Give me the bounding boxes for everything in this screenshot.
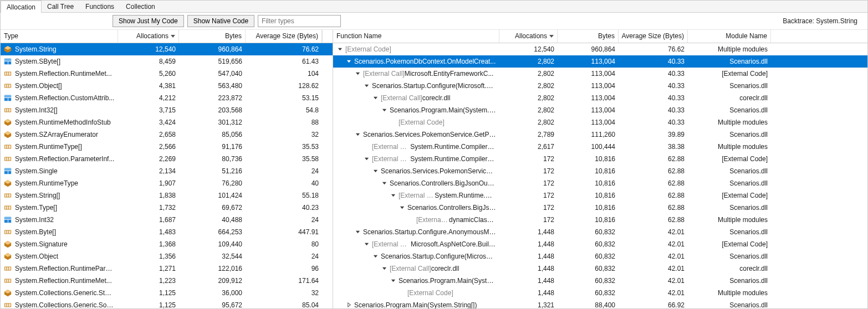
expander-open-icon[interactable] — [381, 180, 387, 187]
col-allocations[interactable]: Allocations — [118, 30, 179, 43]
backtrace-row[interactable]: Scenarios.Services.PokemonService.GetPok… — [333, 128, 867, 141]
types-row[interactable]: System.RuntimeMethodInfoStub3,424301,312… — [1, 116, 333, 128]
expander-closed-icon[interactable] — [345, 302, 352, 308]
bt-bytes-cell: 113,004 — [558, 58, 619, 65]
types-row[interactable]: System.SByte[]8,459519,65661.43 — [1, 55, 333, 68]
button-show-just-my-code[interactable]: Show Just My Code — [113, 15, 184, 27]
col-bt-bytes[interactable]: Bytes — [558, 30, 619, 43]
tab-call-tree[interactable]: Call Tree — [42, 1, 80, 12]
expander-open-icon[interactable] — [381, 265, 387, 272]
types-row[interactable]: System.Signature1,368109,44080 — [1, 238, 333, 250]
backtrace-label: Backtrace: System.String — [783, 17, 864, 25]
col-module-name[interactable]: Module Name — [688, 30, 771, 43]
types-body[interactable]: System.String12,540960,86476.62System.SB… — [1, 43, 333, 308]
col-type[interactable]: Type — [1, 30, 118, 43]
backtrace-row[interactable]: [External Code]1,44860,83242.01Multiple … — [333, 287, 867, 299]
bt-bytes-cell: 10,816 — [558, 167, 619, 175]
types-row[interactable]: System.Reflection.RuntimeMet...1,223209,… — [1, 275, 333, 287]
expander-open-icon[interactable] — [390, 192, 396, 199]
backtrace-row[interactable]: [External Call] dynamicClass.lam...17210… — [333, 214, 867, 226]
types-row[interactable]: System.Reflection.CustomAttrib...4,21222… — [1, 92, 333, 104]
bt-allocations-cell: 1,448 — [499, 240, 558, 248]
backtrace-row[interactable]: [External Call] Microsoft.EntityFramewor… — [333, 68, 867, 80]
types-row[interactable]: System.Reflection.RuntimePara...1,271122… — [1, 262, 333, 275]
backtrace-row[interactable]: Scenarios.Startup.Configure(Microsoft.As… — [333, 250, 867, 262]
types-row[interactable]: System.Object1,35632,54424 — [1, 250, 333, 262]
backtrace-row[interactable]: Scenarios.Program.Main(System.Stri...2,8… — [333, 104, 867, 116]
expander-open-icon[interactable] — [363, 156, 370, 162]
svg-rect-63 — [9, 267, 11, 270]
button-show-native-code[interactable]: Show Native Code — [187, 15, 254, 27]
avg-size-cell: 24 — [246, 253, 322, 260]
types-row[interactable]: System.RuntimeType[]2,56691,17635.53 — [1, 141, 333, 153]
col-bytes[interactable]: Bytes — [179, 30, 246, 43]
col-function-name[interactable]: Function Name — [333, 30, 499, 43]
backtrace-row[interactable]: Scenarios.PokemonDbContext.OnModelCreat.… — [333, 55, 867, 68]
backtrace-row[interactable]: Scenarios.Services.PokemonService.GetP..… — [333, 165, 867, 177]
types-row[interactable]: System.Type[]1,73269,67240.23 — [1, 202, 333, 214]
expander-open-icon[interactable] — [354, 70, 361, 77]
filter-types-input[interactable] — [258, 15, 341, 27]
tab-allocation[interactable]: Allocation — [1, 1, 42, 13]
col-bt-allocations[interactable]: Allocations — [499, 30, 558, 43]
function-name: [External Code] — [407, 289, 453, 297]
expander-open-icon[interactable] — [372, 168, 379, 174]
function-name: Scenarios.Startup.Configure.AnonymousMet… — [363, 228, 496, 236]
expander-open-icon[interactable] — [399, 204, 405, 211]
expander-open-icon[interactable] — [363, 241, 370, 248]
backtrace-row[interactable]: [External Call] System.Runtime.CompilerS… — [333, 141, 867, 153]
expander-open-icon[interactable] — [354, 131, 361, 138]
types-row[interactable]: System.Int321,68740,48824 — [1, 214, 333, 226]
bt-allocations-cell: 2,617 — [499, 143, 558, 151]
backtrace-row[interactable]: Scenarios.Startup.Configure.AnonymousMet… — [333, 226, 867, 238]
expander-open-icon[interactable] — [354, 229, 361, 235]
backtrace-row[interactable]: [External Call] System.Runtime.Com...172… — [333, 189, 867, 202]
types-row[interactable]: System.Single2,13451,21624 — [1, 165, 333, 177]
allocations-cell: 2,566 — [118, 143, 179, 151]
backtrace-row[interactable]: Scenarios.Controllers.BigJsonOutp...1721… — [333, 202, 867, 214]
tab-functions[interactable]: Functions — [80, 1, 120, 12]
backtrace-body[interactable]: [External Code]12,540960,86476.62Multipl… — [333, 43, 867, 308]
backtrace-row[interactable]: Scenarios.Startup.Configure(Microsoft.As… — [333, 80, 867, 92]
module-cell: Scenarios.dll — [688, 106, 771, 114]
types-row[interactable]: System.Reflection.ParameterInf...2,26980… — [1, 153, 333, 165]
svg-rect-55 — [9, 230, 11, 233]
expander-open-icon[interactable] — [381, 107, 387, 114]
backtrace-row[interactable]: [External Code]2,802113,00440.33Multiple… — [333, 116, 867, 128]
types-row[interactable]: System.Byte[]1,483664,253447.91 — [1, 226, 333, 238]
backtrace-row[interactable]: [External Call] coreclr.dll1,44860,83242… — [333, 262, 867, 275]
backtrace-row[interactable]: Scenarios.Controllers.BigJsonOutputC...1… — [333, 177, 867, 189]
module-cell: [External Code] — [688, 70, 771, 78]
types-row[interactable]: System.Object[]4,381563,480128.62 — [1, 80, 333, 92]
bt-allocations-cell: 1,448 — [499, 228, 558, 236]
backtrace-row[interactable]: Scenarios.Program.Main(System.String[])1… — [333, 299, 867, 308]
types-row[interactable]: System.Collections.Generic.Sort...1,1259… — [1, 299, 333, 308]
types-row[interactable]: System.Int32[]3,715203,56854.8 — [1, 104, 333, 116]
tab-collection[interactable]: Collection — [120, 1, 161, 12]
expander-open-icon[interactable] — [390, 277, 396, 284]
avg-size-cell: 85.04 — [246, 301, 322, 308]
backtrace-row[interactable]: [External Call] Microsoft.AspNetCore.Bui… — [333, 238, 867, 250]
allocations-cell: 1,838 — [118, 192, 179, 199]
bt-avg-cell: 40.33 — [619, 58, 688, 65]
types-row[interactable]: System.Collections.Generic.Stac...1,1253… — [1, 287, 333, 299]
backtrace-row[interactable]: Scenarios.Program.Main(System.Stri...1,4… — [333, 275, 867, 287]
backtrace-row[interactable]: [External Call] System.Runtime.CompilerS… — [333, 153, 867, 165]
types-row[interactable]: System.RuntimeType1,90776,28040 — [1, 177, 333, 189]
backtrace-row[interactable]: [External Code]12,540960,86476.62Multipl… — [333, 43, 867, 55]
col-avg-size[interactable]: Average Size (Bytes) — [246, 30, 322, 43]
col-bt-avg[interactable]: Average Size (Bytes) — [619, 30, 688, 43]
svg-rect-12 — [7, 84, 8, 87]
toolbar: Show Just My Code Show Native Code Backt… — [1, 13, 867, 30]
expander-open-icon[interactable] — [363, 83, 370, 89]
expander-open-icon[interactable] — [372, 253, 379, 260]
backtrace-row[interactable]: [External Call] coreclr.dll2,802113,0044… — [333, 92, 867, 104]
expander-open-icon[interactable] — [372, 95, 379, 101]
bt-allocations-cell: 1,448 — [499, 265, 558, 272]
types-row[interactable]: System.String12,540960,86476.62 — [1, 43, 333, 55]
expander-open-icon[interactable] — [336, 46, 343, 53]
types-row[interactable]: System.Reflection.RuntimeMet...5,260547,… — [1, 68, 333, 80]
types-row[interactable]: System.SZArrayEnumerator2,65885,05632 — [1, 128, 333, 141]
expander-open-icon[interactable] — [345, 58, 352, 65]
types-row[interactable]: System.String[]1,838101,42455.18 — [1, 189, 333, 202]
